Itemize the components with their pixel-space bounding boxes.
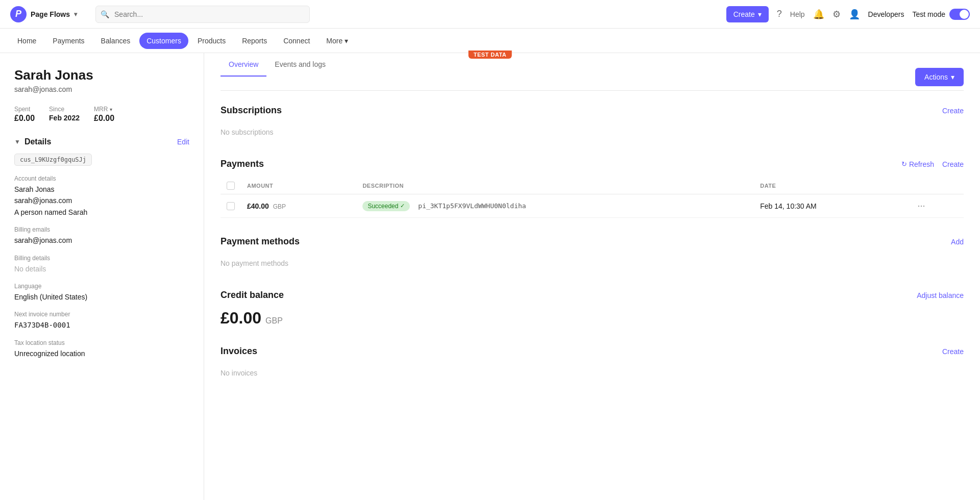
tax-location-label: Tax location status bbox=[14, 339, 189, 346]
payments-create-link[interactable]: Create bbox=[942, 160, 964, 168]
refresh-label: Refresh bbox=[909, 160, 934, 168]
edit-link[interactable]: Edit bbox=[177, 138, 189, 146]
row-more-button[interactable]: ··· bbox=[916, 201, 927, 211]
content-area: Overview Events and logs Actions ▾ Subsc… bbox=[204, 53, 980, 500]
account-details-label: Account details bbox=[14, 175, 189, 182]
language-label: Language bbox=[14, 283, 189, 290]
stats-row: Spent £0.00 Since Feb 2022 MRR ▾ £0.00 bbox=[14, 106, 189, 123]
topbar-right: Create ▾ ? Help 🔔 ⚙ 👤 Developers Test mo… bbox=[726, 6, 970, 22]
details-header: ▼ Details Edit bbox=[14, 137, 189, 146]
create-button[interactable]: Create ▾ bbox=[726, 6, 769, 22]
billing-emails-block: Billing emails sarah@jonas.com bbox=[14, 226, 189, 246]
payments-header: Payments ↻ Refresh Create bbox=[220, 159, 964, 169]
nav-links: Home Payments Balances Customers Product… bbox=[0, 29, 980, 53]
search-input[interactable] bbox=[95, 6, 310, 23]
language-block: Language English (United States) bbox=[14, 283, 189, 303]
logo-icon: P bbox=[10, 6, 27, 22]
mrr-row: MRR ▾ bbox=[94, 106, 114, 113]
payment-methods-add-link[interactable]: Add bbox=[951, 238, 964, 246]
col-checkbox bbox=[220, 178, 241, 194]
actions-label: Actions bbox=[924, 73, 948, 81]
subscriptions-header: Subscriptions Create bbox=[220, 105, 964, 116]
actions-button[interactable]: Actions ▾ bbox=[915, 68, 964, 86]
payments-header-row: AMOUNT DESCRIPTION DATE bbox=[220, 178, 964, 194]
credit-balance-header: Credit balance Adjust balance bbox=[220, 290, 964, 301]
sidebar: Sarah Jonas sarah@jonas.com Spent £0.00 … bbox=[0, 53, 204, 500]
help-icon[interactable]: ? bbox=[777, 9, 782, 19]
nav-connect[interactable]: Connect bbox=[276, 33, 317, 49]
account-details-values: Sarah Jonas sarah@jonas.com A person nam… bbox=[14, 184, 189, 218]
billing-emails-label: Billing emails bbox=[14, 226, 189, 233]
details-title: Details bbox=[24, 137, 51, 146]
refresh-icon: ↻ bbox=[901, 160, 907, 168]
customer-id: cus_L9KUzgf0gquSJj bbox=[14, 154, 92, 166]
row-amount: £40.00 GBP bbox=[241, 194, 356, 218]
stat-mrr: MRR ▾ £0.00 bbox=[94, 106, 114, 123]
row-checkbox[interactable] bbox=[227, 202, 235, 210]
payment-methods-header: Payment methods Add bbox=[220, 236, 964, 247]
tab-events-logs[interactable]: Events and logs bbox=[266, 53, 334, 77]
credit-currency: GBP bbox=[265, 316, 283, 326]
subscriptions-create-link[interactable]: Create bbox=[942, 107, 964, 115]
billing-emails-value: sarah@jonas.com bbox=[14, 235, 189, 246]
select-all-checkbox[interactable] bbox=[227, 182, 235, 190]
brand-chevron[interactable]: ▾ bbox=[74, 11, 77, 18]
row-date: Feb 14, 10:30 AM bbox=[754, 194, 909, 218]
payments-refresh-link[interactable]: ↻ Refresh bbox=[901, 160, 934, 168]
mrr-chevron[interactable]: ▾ bbox=[110, 107, 112, 112]
next-invoice-block: Next invoice number FA373D4B-0001 bbox=[14, 311, 189, 331]
test-mode-toggle[interactable] bbox=[949, 9, 970, 20]
language-value: English (United States) bbox=[14, 291, 189, 303]
payments-title: Payments bbox=[220, 159, 264, 169]
payments-section: Payments ↻ Refresh Create AMOUNT bbox=[220, 159, 964, 218]
brand-name: Page Flows bbox=[31, 10, 70, 18]
test-mode-toggle-wrap: Test mode bbox=[912, 9, 970, 20]
col-actions bbox=[910, 178, 964, 194]
subscriptions-title: Subscriptions bbox=[220, 105, 282, 116]
invoices-create-link[interactable]: Create bbox=[942, 347, 964, 356]
notifications-icon[interactable]: 🔔 bbox=[813, 9, 824, 20]
amount-value: £40.00 bbox=[247, 202, 269, 210]
tab-overview[interactable]: Overview bbox=[220, 53, 266, 77]
adjust-balance-link[interactable]: Adjust balance bbox=[917, 291, 964, 299]
nav-reports[interactable]: Reports bbox=[235, 33, 274, 49]
toggle-dot bbox=[960, 10, 969, 19]
nav-more[interactable]: More ▾ bbox=[319, 33, 355, 49]
succeeded-label: Succeeded bbox=[368, 203, 398, 210]
account-email: sarah@jonas.com bbox=[14, 195, 189, 206]
billing-details-block: Billing details No details bbox=[14, 255, 189, 274]
logo-area[interactable]: P Page Flows ▾ bbox=[10, 6, 77, 22]
nav-customers[interactable]: Customers bbox=[139, 33, 188, 49]
nav-payments[interactable]: Payments bbox=[45, 33, 91, 49]
search-bar: 🔍 bbox=[95, 6, 310, 23]
credit-balance-title: Credit balance bbox=[220, 290, 284, 301]
account-desc: A person named Sarah bbox=[14, 207, 189, 218]
user-icon[interactable]: 👤 bbox=[849, 9, 860, 20]
row-status-desc: Succeeded ✓ pi_3KT1p5FX9VLdWWHU0N0ldiha bbox=[356, 194, 754, 218]
next-invoice-label: Next invoice number bbox=[14, 311, 189, 318]
details-toggle-icon[interactable]: ▼ bbox=[14, 138, 20, 145]
credit-value: £0.00 bbox=[220, 309, 261, 328]
tabs-row: Overview Events and logs Actions ▾ bbox=[220, 53, 964, 91]
test-mode-label: Test mode bbox=[912, 10, 945, 18]
payment-id: pi_3KT1p5FX9VLdWWHU0N0ldiha bbox=[418, 202, 526, 210]
check-icon: ✓ bbox=[400, 203, 405, 209]
spent-value: £0.00 bbox=[14, 114, 35, 123]
row-more-cell: ··· bbox=[910, 194, 964, 218]
col-amount: AMOUNT bbox=[241, 178, 356, 194]
nav-balances[interactable]: Balances bbox=[94, 33, 138, 49]
since-label: Since bbox=[49, 106, 80, 113]
nav-home[interactable]: Home bbox=[10, 33, 43, 49]
logo-letter: P bbox=[15, 9, 21, 19]
nav-products[interactable]: Products bbox=[190, 33, 233, 49]
payments-table: AMOUNT DESCRIPTION DATE £40.00 GBP bbox=[220, 178, 964, 218]
test-data-badge: TEST DATA bbox=[469, 51, 512, 59]
customer-email: sarah@jonas.com bbox=[14, 85, 189, 93]
billing-details-value: No details bbox=[14, 263, 189, 274]
developers-link[interactable]: Developers bbox=[868, 10, 904, 18]
settings-icon[interactable]: ⚙ bbox=[832, 9, 841, 20]
amount-currency: GBP bbox=[273, 203, 286, 210]
mrr-label: MRR bbox=[94, 106, 108, 113]
details-title-wrap: ▼ Details bbox=[14, 137, 51, 146]
succeeded-badge: Succeeded ✓ bbox=[362, 201, 410, 211]
